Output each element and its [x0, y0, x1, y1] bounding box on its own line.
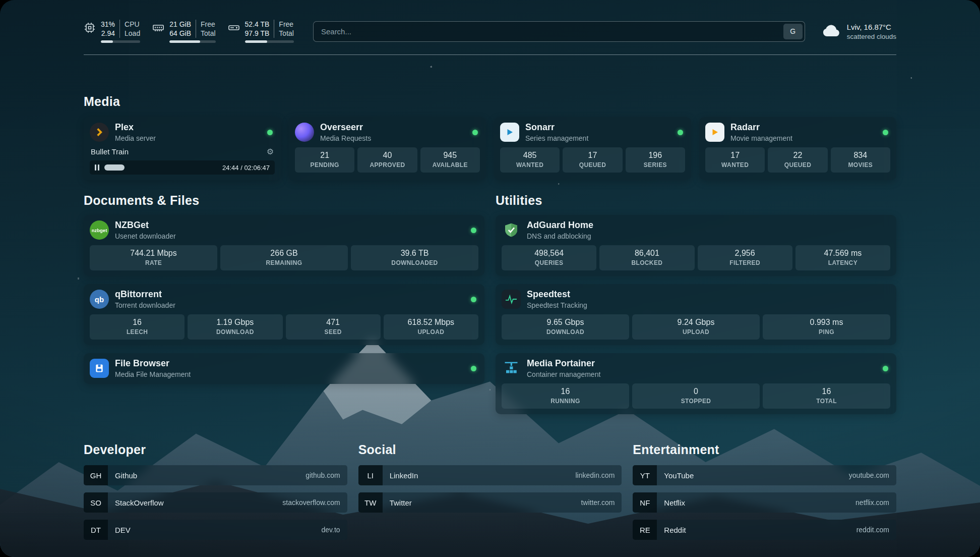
stat-box: 17 WANTED	[705, 147, 765, 173]
bookmark-item[interactable]: NF Netflix netflix.com	[633, 492, 896, 513]
bookmark-item[interactable]: DT DEV dev.to	[84, 520, 347, 540]
disk-widget: 52.4 TB Free 97.9 TB Total	[228, 20, 294, 43]
search-input[interactable]	[313, 21, 805, 42]
media-section-title: Media	[84, 94, 896, 109]
stat-box: 471 SEED	[286, 314, 381, 340]
pause-icon[interactable]	[95, 164, 99, 171]
stat-label: RATE	[92, 259, 215, 266]
middle-columns: Documents & Files nzbget NZBGet Usenet d…	[84, 193, 896, 414]
memory-free-value: 21 GiB	[169, 20, 196, 29]
disk-total-label: Total	[274, 29, 294, 38]
stat-value: 9.65 Gbps	[504, 318, 627, 327]
stat-box: 2,956 FILTERED	[698, 245, 792, 270]
memory-free-label: Free	[196, 20, 216, 29]
stat-box: 86,401 BLOCKED	[599, 245, 694, 270]
service-desc: Speedtest Tracking	[527, 301, 587, 309]
bookmark-name: LinkedIn	[390, 471, 418, 480]
cpu-usage-value: 31%	[101, 20, 119, 29]
stat-box: 0 STOPPED	[632, 383, 760, 409]
section-utilities: Utilities AdGuard Home DNS and adblockin…	[496, 193, 896, 414]
service-card-sonarr[interactable]: Sonarr Series management 485 WANTED 17 Q…	[494, 117, 691, 180]
bookmark-item[interactable]: SO StackOverflow stackoverflow.com	[84, 492, 347, 513]
stat-value: 1.19 Gbps	[190, 318, 280, 327]
service-card-qbittorrent[interactable]: qb qBittorrent Torrent downloader 16 LEE…	[84, 284, 484, 345]
stat-box: 744.21 Mbps RATE	[90, 245, 217, 270]
stat-value: 17	[707, 151, 763, 160]
bookmark-name: StackOverflow	[115, 498, 164, 507]
status-online-dot	[883, 366, 888, 371]
portainer-crane-icon	[502, 359, 521, 378]
weather-location: Lviv, 16.87°C	[847, 23, 896, 31]
entertainment-section-title: Entertainment	[633, 442, 896, 457]
media-settings-gear-icon[interactable]: ⚙	[267, 147, 274, 156]
stat-label: QUEUED	[565, 161, 620, 169]
service-stats: 16 RUNNING 0 STOPPED 16 TOTAL	[502, 383, 890, 409]
stat-value: 744.21 Mbps	[92, 249, 215, 258]
stat-label: APPROVED	[359, 161, 415, 169]
weather-widget: Lviv, 16.87°C scattered clouds	[822, 23, 896, 40]
stat-label: PING	[765, 328, 888, 336]
memory-total-label: Total	[196, 29, 216, 38]
media-grid: Plex Media server Bullet Train ⚙	[84, 117, 896, 180]
stat-value: 40	[359, 151, 415, 160]
service-card-portainer[interactable]: Media Portainer Container management 16 …	[496, 353, 896, 414]
stat-box: 498,564 QUERIES	[502, 245, 596, 270]
stat-label: SEED	[288, 328, 379, 336]
stat-value: 9.24 Gbps	[634, 318, 758, 327]
service-stats: 744.21 Mbps RATE 266 GB REMAINING 39.6 T…	[90, 245, 478, 270]
service-desc: Container management	[527, 370, 600, 378]
topbar-divider	[84, 54, 896, 55]
stat-box: 196 SERIES	[626, 147, 685, 173]
service-card-radarr[interactable]: Radarr Movie management 17 WANTED 22 QUE…	[699, 117, 896, 180]
stat-value: 485	[502, 151, 558, 160]
bookmark-name: YouTube	[664, 471, 694, 480]
service-stats: 485 WANTED 17 QUEUED 196 SERIES	[500, 147, 685, 173]
social-section-title: Social	[358, 442, 622, 457]
memory-values: 21 GiB Free 64 GiB Total	[169, 20, 215, 43]
stat-value: 17	[565, 151, 620, 160]
bookmark-item[interactable]: LI LinkedIn linkedin.com	[358, 465, 622, 485]
weather-text: Lviv, 16.87°C scattered clouds	[847, 23, 896, 40]
bookmark-url: stackoverflow.com	[282, 498, 340, 507]
service-desc: Media Requests	[320, 134, 371, 142]
bookmark-item[interactable]: GH Github github.com	[84, 465, 347, 485]
service-card-overseerr[interactable]: Overseerr Media Requests 21 PENDING 40 A…	[289, 117, 486, 180]
bookmark-item[interactable]: RE Reddit reddit.com	[633, 520, 896, 540]
service-meta: Sonarr Series management	[525, 122, 588, 142]
bookmark-group-entertainment: Entertainment YT YouTube youtube.com NF …	[633, 442, 896, 540]
stat-value: 16	[765, 387, 888, 396]
stat-label: DOWNLOAD	[504, 328, 627, 336]
stat-label: LATENCY	[798, 259, 888, 266]
service-card-adguard[interactable]: AdGuard Home DNS and adblocking 498,564 …	[496, 215, 896, 276]
stat-label: WANTED	[502, 161, 558, 169]
service-name: AdGuard Home	[527, 220, 593, 231]
section-media: Media Plex Media server Bullet	[84, 94, 896, 180]
stat-box: 47.569 ms LATENCY	[795, 245, 890, 270]
search-provider-button[interactable]: G	[783, 24, 803, 39]
seek-bar[interactable]	[104, 164, 217, 171]
bookmark-item[interactable]: YT YouTube youtube.com	[633, 465, 896, 485]
service-card-speedtest[interactable]: Speedtest Speedtest Tracking 9.65 Gbps D…	[496, 284, 896, 345]
status-online-dot	[267, 130, 273, 135]
bookmark-item[interactable]: TW Twitter twitter.com	[358, 492, 622, 513]
service-card-filebrowser[interactable]: File Browser Media File Management	[84, 353, 484, 384]
section-documents: Documents & Files nzbget NZBGet Usenet d…	[84, 193, 484, 384]
stat-label: RUNNING	[504, 398, 627, 405]
service-meta: Speedtest Speedtest Tracking	[527, 289, 587, 309]
radarr-icon	[705, 123, 724, 142]
service-stats: 498,564 QUERIES 86,401 BLOCKED 2,956 FIL…	[502, 245, 890, 270]
stat-value: 945	[422, 151, 478, 160]
service-desc: Usenet downloader	[115, 232, 176, 240]
bookmark-abbr: NF	[633, 492, 657, 513]
service-card-nzbget[interactable]: nzbget NZBGet Usenet downloader 744.21 M…	[84, 215, 484, 276]
bookmark-abbr: GH	[84, 465, 108, 485]
service-card-plex[interactable]: Plex Media server Bullet Train ⚙	[84, 117, 281, 180]
bookmark-name: DEV	[115, 526, 131, 534]
developer-bookmarks: GH Github github.com SO StackOverflow st…	[84, 465, 347, 540]
stat-box: 266 GB REMAINING	[220, 245, 348, 270]
stat-box: 17 QUEUED	[563, 147, 622, 173]
stat-box: 9.24 Gbps UPLOAD	[632, 314, 760, 340]
service-meta: Radarr Movie management	[730, 122, 792, 142]
stat-label: UPLOAD	[386, 328, 476, 336]
bookmark-url: dev.to	[322, 526, 340, 534]
